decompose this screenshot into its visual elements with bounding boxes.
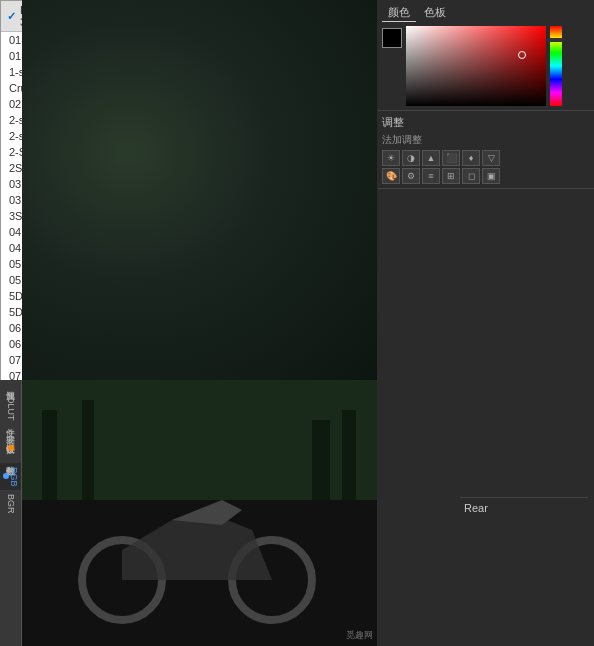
prop-item-rgb[interactable]: RGB: [0, 463, 21, 491]
adj-row-2: 🎨 ⚙ ≡ ⊞ ◻ ▣: [382, 168, 590, 184]
prop-item-attributes[interactable]: 属性: [0, 380, 21, 388]
main-image-top: [22, 0, 377, 380]
svg-rect-7: [312, 420, 330, 500]
prop-item-device-link[interactable]: 设备链接: [0, 433, 21, 441]
prop-label-rgb: RGB: [9, 467, 19, 487]
tab-swatches[interactable]: 色板: [418, 4, 452, 22]
prop-item-3dlut[interactable]: 3DLUT文件: [0, 388, 21, 425]
color-picker-section: 颜色 色板: [378, 0, 594, 111]
prop-dot-dither: [8, 445, 14, 451]
color-gradient-inner[interactable]: [406, 26, 546, 106]
add-adjustment-label: 法加调整: [382, 133, 590, 147]
tab-color[interactable]: 颜色: [382, 4, 416, 22]
rear-text: Rear: [464, 502, 488, 514]
adj-icon-4[interactable]: ⬛: [442, 150, 460, 166]
svg-rect-6: [82, 400, 94, 500]
watermark: 觅趣网: [346, 629, 373, 642]
adj-icon-7[interactable]: 🎨: [382, 168, 400, 184]
color-picker-body: [382, 26, 590, 106]
hue-cursor[interactable]: [548, 38, 564, 42]
adj-icon-2[interactable]: ◑: [402, 150, 420, 166]
adj-icon-9[interactable]: ≡: [422, 168, 440, 184]
hue-slider[interactable]: [550, 26, 562, 106]
adj-icon-11[interactable]: ◻: [462, 168, 480, 184]
main-image-bottom: 觅趣网: [22, 380, 377, 646]
svg-rect-8: [342, 410, 356, 500]
adj-icon-5[interactable]: ♦: [462, 150, 480, 166]
prop-item-bgr[interactable]: BGR: [0, 490, 21, 518]
prop-label-3dlut: 3DLUT文件: [4, 392, 17, 421]
color-gradient[interactable]: [406, 26, 546, 106]
prop-item-dither[interactable]: [0, 441, 21, 455]
adjustment-icons: ☀ ◑ ▲ ⬛ ♦ ▽: [382, 150, 590, 166]
image-display-top: [22, 0, 377, 380]
color-tabs: 颜色 色板: [382, 4, 590, 22]
adj-icon-3[interactable]: ▲: [422, 150, 440, 166]
adj-icon-1[interactable]: ☀: [382, 150, 400, 166]
check-icon: ✓: [7, 10, 16, 23]
color-cursor[interactable]: [518, 51, 526, 59]
right-panel: 颜色 色板 调整 法加调整 ☀ ◑ ▲ ⬛ ♦ ▽ 🎨: [378, 0, 594, 646]
rear-label: Rear: [460, 497, 588, 517]
color-swatch[interactable]: [382, 28, 402, 48]
adjustments-section: 调整 法加调整 ☀ ◑ ▲ ⬛ ♦ ▽ 🎨 ⚙ ≡ ⊞ ◻ ▣: [378, 111, 594, 189]
adj-icon-10[interactable]: ⊞: [442, 168, 460, 184]
adjustments-label: 调整: [382, 115, 590, 130]
props-left-bar: 属性 3DLUT文件 摘要 设备链接 颜色映射 RGB BGR: [0, 380, 22, 646]
prop-item-summary[interactable]: 摘要: [0, 425, 21, 433]
prop-label-bgr: BGR: [6, 494, 16, 514]
image-display-bottom: [22, 380, 377, 646]
adj-icon-8[interactable]: ⚙: [402, 168, 420, 184]
adj-icon-6[interactable]: ▽: [482, 150, 500, 166]
adj-icon-12[interactable]: ▣: [482, 168, 500, 184]
prop-item-colormap[interactable]: 颜色映射: [0, 455, 21, 463]
svg-rect-5: [42, 410, 57, 500]
